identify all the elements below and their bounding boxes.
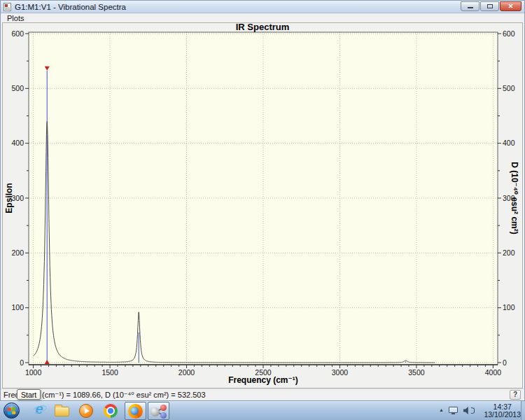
firefox-icon [128, 404, 143, 419]
show-hidden-icons-button[interactable]: ▲ [439, 407, 444, 412]
spectrum-plot[interactable]: 1000150020002500300035004000001001002002… [3, 23, 524, 388]
windows-logo-icon [8, 407, 16, 414]
x-axis-label: Frequency (cm⁻¹) [29, 375, 498, 385]
titlebar[interactable]: G1:M1:V1 - Vibrational Spectra ✕ [1, 1, 524, 13]
status-bar: Frequency (cm⁻¹) = 1089.66, D (10⁻⁴⁰ esu… [1, 388, 524, 400]
desktop-screen: G1:M1:V1 - Vibrational Spectra ✕ Plots 1… [0, 0, 525, 420]
svg-text:0: 0 [20, 358, 24, 367]
svg-text:400: 400 [11, 139, 24, 147]
svg-text:0: 0 [503, 358, 507, 367]
left-axis-label: Epsilon [4, 183, 14, 213]
window-controls: ✕ [461, 1, 522, 11]
taskbar: e ▲ 14:37 13/10/2013 [0, 400, 525, 420]
spectrum-curve[interactable] [34, 122, 435, 363]
svg-text:400: 400 [503, 139, 515, 147]
svg-text:500: 500 [503, 84, 515, 92]
show-desktop-button[interactable] [521, 401, 525, 420]
volume-tray-icon[interactable] [463, 407, 470, 414]
selected-peak-base-marker [45, 360, 50, 364]
windows-explorer-icon[interactable] [55, 407, 69, 416]
svg-text:200: 200 [11, 248, 24, 257]
svg-text:100: 100 [11, 303, 24, 312]
start-button[interactable] [4, 402, 20, 419]
help-button[interactable]: ? [510, 390, 521, 400]
svg-text:100: 100 [503, 303, 515, 312]
media-player-icon[interactable] [79, 404, 93, 418]
selected-peak-top-marker [45, 66, 50, 71]
close-icon: ✕ [508, 3, 514, 10]
window-title: G1:M1:V1 - Vibrational Spectra [15, 3, 126, 11]
app-window: G1:M1:V1 - Vibrational Spectra ✕ Plots 1… [0, 0, 525, 400]
menu-plots[interactable]: Plots [4, 14, 27, 22]
internet-explorer-icon[interactable]: e [31, 401, 48, 416]
grid-lines [29, 32, 498, 365]
minimize-button[interactable] [461, 1, 479, 11]
molecule-app-taskbar-button[interactable] [148, 402, 169, 420]
taskbar-clock[interactable]: 14:37 13/10/2013 [484, 403, 521, 419]
minimize-icon [468, 7, 473, 8]
volume-wave-icon [471, 407, 475, 414]
chrome-icon[interactable] [104, 404, 118, 418]
right-axis-label: D (10⁻⁴⁰ esu² cm²) [510, 162, 519, 234]
firefox-taskbar-button[interactable] [125, 402, 146, 420]
restore-icon [487, 4, 493, 8]
svg-text:200: 200 [503, 248, 515, 257]
chart-widget: 1000150020002500300035004000001001002002… [2, 22, 523, 388]
restore-button[interactable] [480, 1, 499, 11]
app-icon [4, 3, 11, 11]
start-tooltip: Start [17, 389, 41, 400]
close-button[interactable]: ✕ [500, 1, 522, 11]
network-tray-icon[interactable] [449, 407, 458, 413]
chart-title: IR Spectrum [3, 22, 522, 32]
molecule-app-icon [150, 404, 167, 419]
svg-text:500: 500 [11, 84, 24, 92]
clock-date: 13/10/2013 [484, 411, 521, 419]
